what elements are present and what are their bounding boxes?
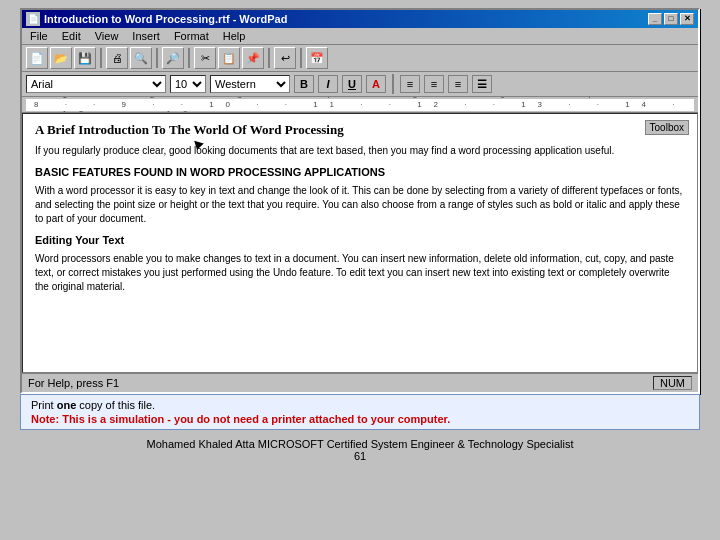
- print-instruction: Print one copy of this file.: [31, 399, 689, 411]
- section1-title: BASIC FEATURES FOUND IN WORD PROCESSING …: [35, 166, 685, 178]
- cut-button[interactable]: ✂: [194, 47, 216, 69]
- format-separator: [392, 74, 394, 94]
- ruler-inner: · 1 · · 2 · · 3 · · 4 · · 5 · · 6 · · 7 …: [26, 99, 694, 111]
- footer-line1: Mohamed Khaled Atta MICROSOFT Certified …: [20, 438, 700, 450]
- help-text: For Help, press F1: [28, 377, 119, 389]
- menu-help[interactable]: Help: [217, 29, 252, 43]
- status-bar: For Help, press F1 NUM: [22, 373, 698, 392]
- print-button[interactable]: 🖨: [106, 47, 128, 69]
- menu-format[interactable]: Format: [168, 29, 215, 43]
- bold-button[interactable]: B: [294, 75, 314, 93]
- size-select[interactable]: 10: [170, 75, 206, 93]
- find-button[interactable]: 🔎: [162, 47, 184, 69]
- note-text: Note: This is a simulation - you do not …: [31, 413, 689, 425]
- undo-button[interactable]: ↩: [274, 47, 296, 69]
- toolbar-separator-1: [100, 48, 102, 68]
- open-button[interactable]: 📂: [50, 47, 72, 69]
- menu-view[interactable]: View: [89, 29, 125, 43]
- document-para2: With a word processor it is easy to key …: [35, 184, 685, 226]
- minimize-button[interactable]: _: [648, 13, 662, 25]
- preview-button[interactable]: 🔍: [130, 47, 152, 69]
- menu-insert[interactable]: Insert: [126, 29, 166, 43]
- toolbar-separator-2: [156, 48, 158, 68]
- section2-title: Editing Your Text: [35, 234, 685, 246]
- copy-button[interactable]: 📋: [218, 47, 240, 69]
- insert-date-button[interactable]: 📅: [306, 47, 328, 69]
- window-title: Introduction to Word Processing.rtf - Wo…: [44, 13, 287, 25]
- document-para1: If you regularly produce clear, good loo…: [35, 144, 685, 158]
- title-bar: 📄 Introduction to Word Processing.rtf - …: [22, 10, 698, 28]
- close-button[interactable]: ✕: [680, 13, 694, 25]
- document-para3: Word processors enable you to make chang…: [35, 252, 685, 294]
- ruler: · 1 · · 2 · · 3 · · 4 · · 5 · · 6 · · 7 …: [22, 97, 698, 113]
- font-select[interactable]: Arial: [26, 75, 166, 93]
- toolbar-separator-4: [268, 48, 270, 68]
- toolbar-separator-5: [300, 48, 302, 68]
- underline-button[interactable]: U: [342, 75, 362, 93]
- align-center-button[interactable]: ≡: [424, 75, 444, 93]
- script-select[interactable]: Western: [210, 75, 290, 93]
- document-title: A Brief Introduction To The World Of Wor…: [35, 122, 685, 138]
- print-bold: one: [57, 399, 77, 411]
- new-button[interactable]: 📄: [26, 47, 48, 69]
- toolbox-badge[interactable]: Toolbox: [645, 120, 689, 135]
- menu-edit[interactable]: Edit: [56, 29, 87, 43]
- document-content[interactable]: Toolbox A Brief Introduction To The Worl…: [22, 113, 698, 373]
- color-button[interactable]: A: [366, 75, 386, 93]
- menu-file[interactable]: File: [24, 29, 54, 43]
- format-bar: Arial 10 Western B I U A ≡ ≡ ≡ ☰: [22, 72, 698, 97]
- toolbar-separator-3: [188, 48, 190, 68]
- paste-button[interactable]: 📌: [242, 47, 264, 69]
- save-button[interactable]: 💾: [74, 47, 96, 69]
- align-left-button[interactable]: ≡: [400, 75, 420, 93]
- menu-bar: File Edit View Insert Format Help: [22, 28, 698, 45]
- align-right-button[interactable]: ≡: [448, 75, 468, 93]
- app-icon: 📄: [26, 12, 40, 26]
- italic-button[interactable]: I: [318, 75, 338, 93]
- list-button[interactable]: ☰: [472, 75, 492, 93]
- maximize-button[interactable]: □: [664, 13, 678, 25]
- toolbar: 📄 📂 💾 🖨 🔍 🔎 ✂ 📋 📌 ↩ 📅: [22, 45, 698, 72]
- num-badge: NUM: [653, 376, 692, 390]
- info-bar: Print one copy of this file. Note: This …: [20, 394, 700, 430]
- footer-line2: 61: [20, 450, 700, 462]
